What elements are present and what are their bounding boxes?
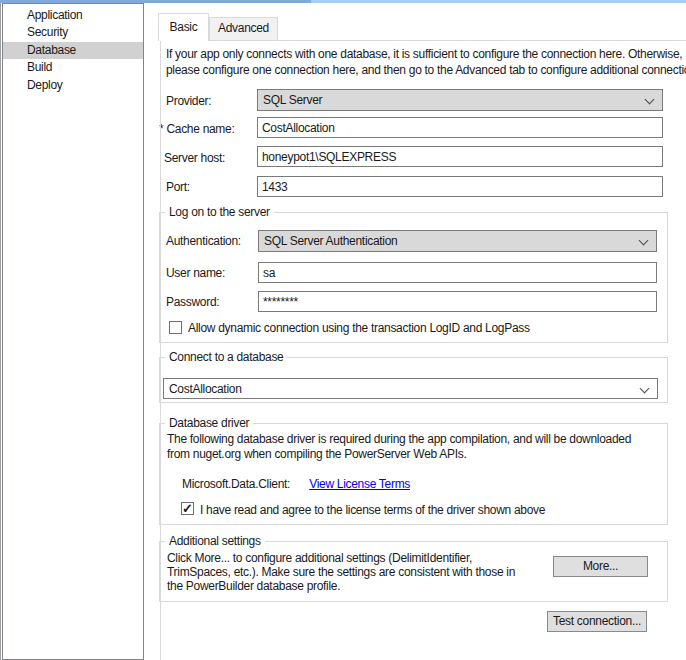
tab-basic[interactable]: Basic <box>158 13 209 41</box>
settings-nav-list: Application Security Database Build Depl… <box>2 3 144 660</box>
sidebar-item-deploy[interactable]: Deploy <box>3 77 143 94</box>
sidebar-item-build[interactable]: Build <box>3 59 143 76</box>
top-accent-right <box>311 0 686 3</box>
tab-advanced[interactable]: Advanced <box>209 17 278 40</box>
sidebar-item-application[interactable]: Application <box>3 7 143 24</box>
app-window: Application Security Database Build Depl… <box>0 0 686 660</box>
sidebar-item-database[interactable]: Database <box>3 42 143 59</box>
window-left-edge <box>0 3 1 660</box>
sidebar-item-security[interactable]: Security <box>3 24 143 41</box>
tab-panel-basic <box>160 40 686 660</box>
